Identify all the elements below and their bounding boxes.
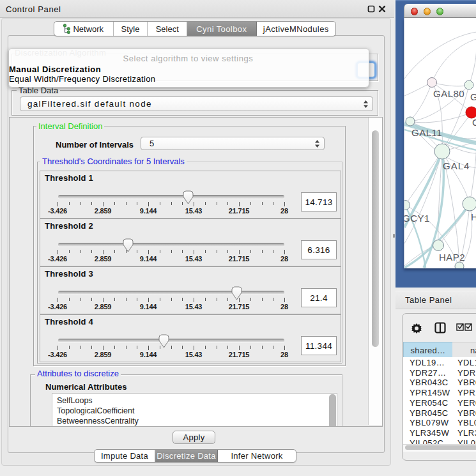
svg-text:GAL80: GAL80 [433, 88, 464, 99]
svg-text:GAL11: GAL11 [411, 127, 442, 138]
svg-text:HIS4: HIS4 [471, 211, 476, 222]
svg-text:GCY1: GCY1 [404, 213, 430, 224]
svg-text:CDC6: CDC6 [472, 117, 476, 128]
svg-text:GAL4: GAL4 [443, 160, 470, 171]
svg-text:GAL8: GAL8 [470, 91, 476, 102]
svg-text:HAP2: HAP2 [439, 252, 465, 263]
